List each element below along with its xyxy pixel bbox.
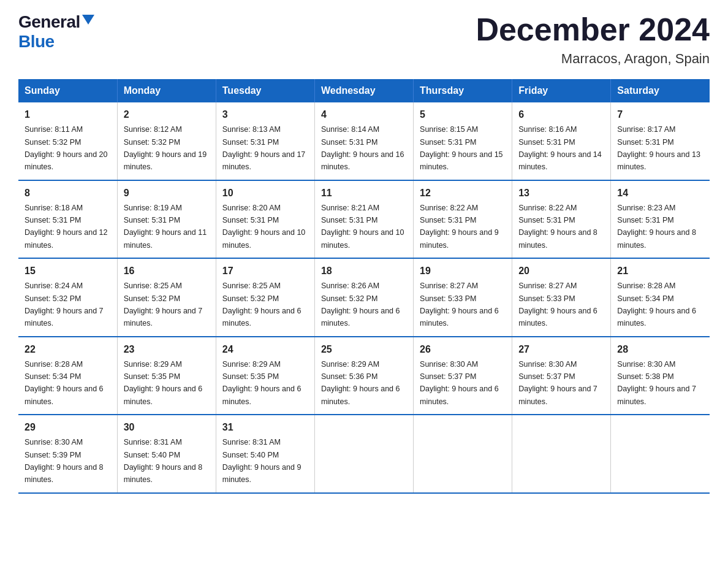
day-number: 6 — [518, 107, 604, 122]
logo-general-text: General — [18, 12, 80, 32]
day-info: Sunrise: 8:18 AMSunset: 5:31 PMDaylight:… — [25, 204, 108, 250]
calendar-cell: 23Sunrise: 8:29 AMSunset: 5:35 PMDayligh… — [117, 337, 216, 415]
calendar-cell: 5Sunrise: 8:15 AMSunset: 5:31 PMDaylight… — [414, 102, 512, 180]
day-info: Sunrise: 8:13 AMSunset: 5:31 PMDaylight:… — [222, 125, 306, 171]
calendar-cell: 16Sunrise: 8:25 AMSunset: 5:32 PMDayligh… — [117, 258, 216, 337]
calendar-cell: 26Sunrise: 8:30 AMSunset: 5:37 PMDayligh… — [414, 337, 512, 415]
day-info: Sunrise: 8:12 AMSunset: 5:32 PMDaylight:… — [124, 125, 207, 171]
calendar-cell: 13Sunrise: 8:22 AMSunset: 5:31 PMDayligh… — [512, 180, 611, 259]
day-info: Sunrise: 8:31 AMSunset: 5:40 PMDaylight:… — [222, 438, 301, 484]
day-info: Sunrise: 8:30 AMSunset: 5:37 PMDaylight:… — [518, 360, 597, 406]
day-number: 12 — [420, 186, 506, 201]
calendar-cell: 25Sunrise: 8:29 AMSunset: 5:36 PMDayligh… — [314, 337, 413, 415]
day-info: Sunrise: 8:30 AMSunset: 5:38 PMDaylight:… — [617, 360, 696, 406]
calendar-cell: 10Sunrise: 8:20 AMSunset: 5:31 PMDayligh… — [216, 180, 314, 259]
calendar-cell: 30Sunrise: 8:31 AMSunset: 5:40 PMDayligh… — [117, 415, 216, 493]
day-number: 2 — [124, 107, 210, 122]
day-info: Sunrise: 8:16 AMSunset: 5:31 PMDaylight:… — [518, 125, 602, 171]
day-number: 11 — [321, 186, 407, 201]
calendar-week-2: 8Sunrise: 8:18 AMSunset: 5:31 PMDaylight… — [18, 180, 710, 259]
day-number: 19 — [420, 264, 506, 278]
day-info: Sunrise: 8:27 AMSunset: 5:33 PMDaylight:… — [420, 282, 499, 327]
day-number: 25 — [321, 342, 407, 357]
calendar-cell — [512, 415, 611, 493]
day-info: Sunrise: 8:28 AMSunset: 5:34 PMDaylight:… — [25, 360, 104, 406]
day-number: 23 — [124, 342, 210, 357]
day-info: Sunrise: 8:24 AMSunset: 5:32 PMDaylight:… — [25, 282, 104, 327]
calendar-header-row: SundayMondayTuesdayWednesdayThursdayFrid… — [18, 79, 710, 102]
day-info: Sunrise: 8:25 AMSunset: 5:32 PMDaylight:… — [222, 282, 301, 327]
calendar-cell: 24Sunrise: 8:29 AMSunset: 5:35 PMDayligh… — [216, 337, 314, 415]
day-info: Sunrise: 8:26 AMSunset: 5:32 PMDaylight:… — [321, 282, 400, 327]
calendar-cell: 21Sunrise: 8:28 AMSunset: 5:34 PMDayligh… — [611, 258, 710, 337]
header-wednesday: Wednesday — [314, 79, 413, 102]
calendar-cell: 31Sunrise: 8:31 AMSunset: 5:40 PMDayligh… — [216, 415, 314, 493]
day-info: Sunrise: 8:14 AMSunset: 5:31 PMDaylight:… — [321, 125, 404, 171]
day-info: Sunrise: 8:22 AMSunset: 5:31 PMDaylight:… — [420, 204, 499, 250]
day-number: 15 — [25, 264, 111, 278]
calendar-cell: 17Sunrise: 8:25 AMSunset: 5:32 PMDayligh… — [216, 258, 314, 337]
calendar-subtitle: Marracos, Aragon, Spain — [476, 51, 710, 67]
day-info: Sunrise: 8:19 AMSunset: 5:31 PMDaylight:… — [124, 204, 207, 250]
day-number: 17 — [222, 264, 308, 278]
calendar-cell: 28Sunrise: 8:30 AMSunset: 5:38 PMDayligh… — [611, 337, 710, 415]
calendar-week-3: 15Sunrise: 8:24 AMSunset: 5:32 PMDayligh… — [18, 258, 710, 337]
day-info: Sunrise: 8:28 AMSunset: 5:34 PMDaylight:… — [617, 282, 696, 327]
day-number: 9 — [124, 186, 210, 201]
calendar-cell: 9Sunrise: 8:19 AMSunset: 5:31 PMDaylight… — [117, 180, 216, 259]
day-number: 8 — [25, 186, 111, 201]
day-number: 1 — [25, 107, 111, 122]
day-number: 21 — [617, 264, 703, 278]
day-info: Sunrise: 8:22 AMSunset: 5:31 PMDaylight:… — [518, 204, 597, 250]
page-header: General Blue December 2024 Marracos, Ara… — [18, 12, 710, 67]
day-number: 29 — [25, 420, 111, 435]
day-number: 18 — [321, 264, 407, 278]
header-thursday: Thursday — [414, 79, 512, 102]
day-number: 14 — [617, 186, 703, 201]
logo-blue-text: Blue — [18, 32, 55, 52]
calendar-cell: 14Sunrise: 8:23 AMSunset: 5:31 PMDayligh… — [611, 180, 710, 259]
logo: General Blue — [18, 12, 94, 52]
day-info: Sunrise: 8:15 AMSunset: 5:31 PMDaylight:… — [420, 125, 503, 171]
calendar-week-1: 1Sunrise: 8:11 AMSunset: 5:32 PMDaylight… — [18, 102, 710, 180]
day-info: Sunrise: 8:23 AMSunset: 5:31 PMDaylight:… — [617, 204, 696, 250]
day-info: Sunrise: 8:29 AMSunset: 5:36 PMDaylight:… — [321, 360, 400, 406]
day-info: Sunrise: 8:21 AMSunset: 5:31 PMDaylight:… — [321, 204, 404, 250]
day-info: Sunrise: 8:11 AMSunset: 5:32 PMDaylight:… — [25, 125, 108, 171]
day-number: 5 — [420, 107, 506, 122]
calendar-cell: 27Sunrise: 8:30 AMSunset: 5:37 PMDayligh… — [512, 337, 611, 415]
header-sunday: Sunday — [18, 79, 117, 102]
calendar-cell: 29Sunrise: 8:30 AMSunset: 5:39 PMDayligh… — [18, 415, 117, 493]
day-number: 3 — [222, 107, 308, 122]
calendar-cell: 11Sunrise: 8:21 AMSunset: 5:31 PMDayligh… — [314, 180, 413, 259]
calendar-cell: 2Sunrise: 8:12 AMSunset: 5:32 PMDaylight… — [117, 102, 216, 180]
calendar-cell: 3Sunrise: 8:13 AMSunset: 5:31 PMDaylight… — [216, 102, 314, 180]
day-info: Sunrise: 8:30 AMSunset: 5:37 PMDaylight:… — [420, 360, 499, 406]
day-number: 20 — [518, 264, 604, 278]
calendar-cell: 20Sunrise: 8:27 AMSunset: 5:33 PMDayligh… — [512, 258, 611, 337]
calendar-cell: 22Sunrise: 8:28 AMSunset: 5:34 PMDayligh… — [18, 337, 117, 415]
calendar-cell: 7Sunrise: 8:17 AMSunset: 5:31 PMDaylight… — [611, 102, 710, 180]
calendar-week-4: 22Sunrise: 8:28 AMSunset: 5:34 PMDayligh… — [18, 337, 710, 415]
calendar-cell: 8Sunrise: 8:18 AMSunset: 5:31 PMDaylight… — [18, 180, 117, 259]
calendar-cell — [414, 415, 512, 493]
calendar-title: December 2024 — [476, 12, 710, 47]
day-number: 16 — [124, 264, 210, 278]
calendar-cell: 4Sunrise: 8:14 AMSunset: 5:31 PMDaylight… — [314, 102, 413, 180]
header-tuesday: Tuesday — [216, 79, 314, 102]
day-info: Sunrise: 8:30 AMSunset: 5:39 PMDaylight:… — [25, 438, 104, 484]
day-info: Sunrise: 8:31 AMSunset: 5:40 PMDaylight:… — [124, 438, 203, 484]
calendar-cell: 18Sunrise: 8:26 AMSunset: 5:32 PMDayligh… — [314, 258, 413, 337]
header-monday: Monday — [117, 79, 216, 102]
day-number: 22 — [25, 342, 111, 357]
logo-triangle-icon — [82, 15, 94, 25]
day-number: 13 — [518, 186, 604, 201]
day-number: 26 — [420, 342, 506, 357]
calendar-cell: 19Sunrise: 8:27 AMSunset: 5:33 PMDayligh… — [414, 258, 512, 337]
day-number: 10 — [222, 186, 308, 201]
day-number: 30 — [124, 420, 210, 435]
calendar-table: SundayMondayTuesdayWednesdayThursdayFrid… — [18, 79, 710, 494]
day-number: 7 — [617, 107, 703, 122]
calendar-cell: 15Sunrise: 8:24 AMSunset: 5:32 PMDayligh… — [18, 258, 117, 337]
calendar-cell — [314, 415, 413, 493]
